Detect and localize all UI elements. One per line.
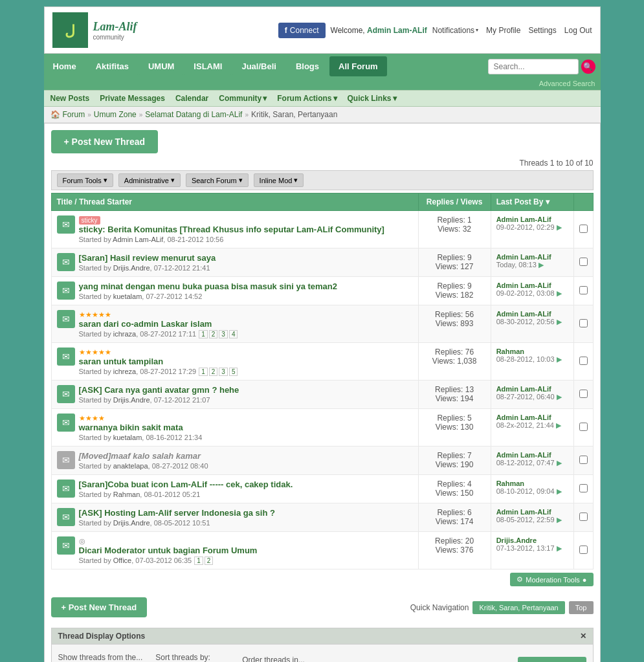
nav-item-allforum[interactable]: All Forum (329, 56, 387, 76)
page-link[interactable]: 1 (199, 368, 208, 376)
page-link[interactable]: 4 (229, 330, 238, 338)
thread-starter-link[interactable]: Office (113, 557, 132, 564)
subnav-forum-actions[interactable]: Forum Actions ▾ (277, 94, 337, 103)
breadcrumb-umum-zone[interactable]: Umum Zone (94, 110, 137, 119)
logout-link[interactable]: Log Out (564, 26, 592, 35)
page-link[interactable]: 2 (205, 557, 214, 565)
thread-icon-cell: ✉ yang minat dengan menu buka puasa bisa… (51, 277, 418, 305)
search-forum-btn[interactable]: Search Forum ▾ (186, 173, 249, 187)
post-new-thread-button[interactable]: + Post New Thread (51, 130, 159, 153)
last-post-user-link[interactable]: Rahman (496, 480, 524, 487)
thread-title-link[interactable]: [Saran]Coba buat icon Lam-ALif ----- cek… (79, 480, 413, 489)
replies-count: Replies: 7 (424, 451, 485, 460)
subnav-new-posts[interactable]: New Posts (50, 94, 90, 103)
thread-title-link[interactable]: [ASK] Hosting Lam-Alif server Indonesia … (79, 508, 413, 518)
row-checkbox[interactable] (579, 423, 588, 431)
last-post-user-link[interactable]: Drijis.Andre (496, 536, 537, 544)
thread-title-link[interactable]: yang minat dengan menu buka puasa bisa m… (79, 281, 413, 291)
thread-title-link[interactable]: sticky: Berita Komunitas [Thread Khusus … (79, 225, 413, 234)
settings-link[interactable]: Settings (528, 26, 556, 35)
subnav-community[interactable]: Community ▾ (219, 94, 267, 103)
thread-starter-link[interactable]: Drijis.Andre (113, 264, 150, 272)
fb-connect-button[interactable]: f Connect (278, 23, 326, 38)
administrative-btn[interactable]: Administrative ▾ (118, 173, 181, 187)
breadcrumb-forum[interactable]: Forum (63, 110, 85, 119)
display-options-close[interactable]: ✕ (580, 632, 586, 641)
page-link[interactable]: 2 (209, 368, 218, 376)
row-checkbox[interactable] (579, 286, 588, 294)
col-title: Title / Thread Starter (51, 193, 418, 211)
last-post-user-link[interactable]: Admin Lam-ALif (496, 451, 551, 459)
thread-starter-link[interactable]: anaktelapa (113, 462, 148, 470)
page-link[interactable]: 5 (229, 368, 238, 376)
page-link[interactable]: 1 (194, 557, 203, 565)
page-link[interactable]: 3 (219, 330, 228, 338)
nav-item-blogs[interactable]: Blogs (287, 56, 328, 76)
top-btn[interactable]: Top (569, 601, 594, 614)
row-checkbox[interactable] (579, 258, 588, 266)
subnav-private-messages[interactable]: Private Messages (100, 94, 165, 103)
last-post-user-link[interactable]: Admin Lam-ALif (496, 281, 551, 289)
advanced-search-link[interactable]: Advanced Search (539, 80, 595, 87)
nav-item-jualbeli[interactable]: Jual/Beli (232, 56, 285, 76)
show-threads-button[interactable]: Show Threads (518, 657, 586, 662)
thread-title-area: ✉ [Moved]maaf kalo salah kamarStarted by… (57, 451, 413, 470)
thread-title-link[interactable]: [ASK] Cara nya ganti avatar gmn ? hehe (79, 385, 413, 395)
last-post-user-link[interactable]: Admin Lam-ALif (496, 508, 551, 516)
page-link[interactable]: 2 (209, 330, 218, 338)
search-button[interactable]: 🔍 (581, 60, 595, 74)
row-checkbox[interactable] (579, 225, 588, 233)
threads-count: Threads 1 to 10 of 10 (51, 159, 594, 168)
quick-nav-current-btn[interactable]: Kritik, Saran, Pertanyaan (472, 601, 564, 614)
breadcrumb-selamat-datang[interactable]: Selamat Datang di Lam-ALif (145, 110, 242, 119)
search-input[interactable] (488, 59, 579, 74)
thread-starter-link[interactable]: kuetalam (113, 292, 142, 300)
subnav-calendar[interactable]: Calendar (175, 94, 208, 103)
row-checkbox[interactable] (579, 546, 588, 554)
last-post-user-link[interactable]: Admin Lam-ALif (496, 310, 551, 318)
table-row: ✉ sticky sticky: Berita Komunitas [Threa… (51, 211, 593, 248)
last-post-user-link[interactable]: Admin Lam-ALif (496, 414, 551, 421)
row-checkbox[interactable] (579, 319, 588, 327)
nav-item-islami[interactable]: ISLAMI (184, 56, 231, 76)
nav-item-umum[interactable]: UMUM (139, 56, 183, 76)
row-checkbox[interactable] (579, 513, 588, 521)
nav-item-home[interactable]: Home (44, 56, 85, 76)
thread-starter-link[interactable]: Drijis.Andre (113, 396, 150, 404)
last-post-user-link[interactable]: Admin Lam-ALif (496, 385, 551, 393)
my-profile-link[interactable]: My Profile (486, 26, 520, 35)
checkbox-cell (573, 503, 593, 532)
nav-item-aktifitas[interactable]: Aktifitas (87, 56, 138, 76)
post-new-thread-bottom-button[interactable]: + Post New Thread (51, 597, 148, 617)
thread-title-link[interactable]: [Saran] Hasil review menurut saya (79, 253, 413, 263)
thread-starter-link[interactable]: ichraza (113, 330, 136, 338)
inline-mod-btn[interactable]: Inline Mod ▾ (254, 173, 304, 187)
thread-starter-link[interactable]: Drijis.Andre (113, 519, 150, 527)
thread-title-link[interactable]: saran untuk tampilan (79, 357, 413, 366)
row-checkbox[interactable] (579, 456, 588, 464)
row-checkbox[interactable] (579, 390, 588, 398)
table-row: ✉ ◎ Dicari Moderator untuk bagian Forum … (51, 532, 593, 569)
thread-title-area: ✉ ★★★★warnanya bikin sakit mataStarted b… (57, 414, 413, 441)
last-post-user-link[interactable]: Rahman (496, 348, 524, 355)
thread-starter-link[interactable]: ichreza (113, 368, 136, 375)
thread-title-link[interactable]: saran dari co-admin Laskar islam (79, 319, 413, 329)
thread-title-link[interactable]: [Moved]maaf kalo salah kamar (79, 451, 413, 461)
thread-icon-cell: ✉ ◎ Dicari Moderator untuk bagian Forum … (51, 532, 418, 569)
thread-starter-link[interactable]: Admin Lam-ALif (113, 236, 163, 243)
last-post-user-link[interactable]: Admin Lam-ALif (496, 253, 551, 261)
subnav-quick-links[interactable]: Quick Links ▾ (348, 94, 397, 103)
page-link[interactable]: 1 (199, 330, 208, 338)
last-post-user-link[interactable]: Admin Lam-ALif (496, 215, 551, 223)
moderation-tools-btn[interactable]: ⚙ Moderation Tools ● (510, 573, 593, 586)
row-checkbox[interactable] (579, 357, 588, 365)
thread-starter-link[interactable]: Rahman (113, 491, 140, 498)
notifications-link[interactable]: Notifications ▾ (432, 26, 478, 35)
thread-title-link[interactable]: warnanya bikin sakit mata (79, 423, 413, 432)
thread-title-link[interactable]: Dicari Moderator untuk bagian Forum Umum (79, 546, 413, 555)
page-link[interactable]: 3 (219, 368, 228, 376)
row-checkbox[interactable] (579, 484, 588, 492)
forum-tools-btn[interactable]: Forum Tools ▾ (57, 173, 113, 187)
forum-tools-arrow: ▾ (104, 176, 107, 184)
thread-starter-link[interactable]: kuetalam (113, 434, 142, 441)
